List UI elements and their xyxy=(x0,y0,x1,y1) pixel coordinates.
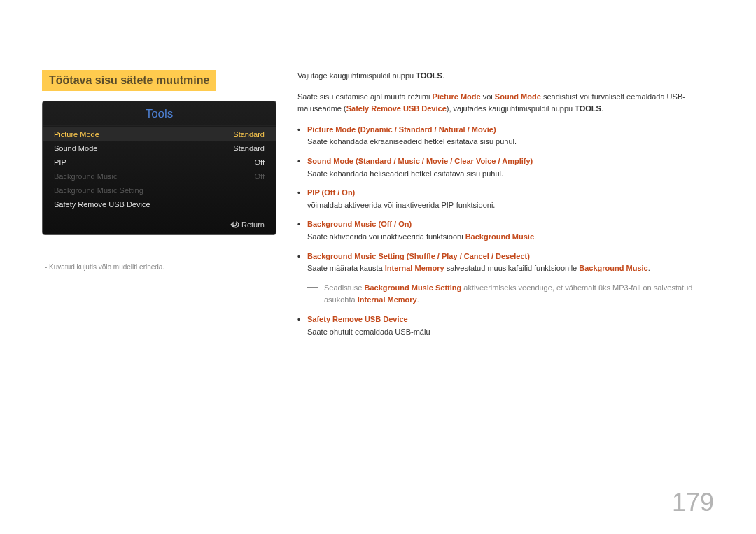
return-label: Return xyxy=(241,220,265,229)
footnote: - Kuvatud kujutis võib mudeliti erineda. xyxy=(42,263,276,271)
bullet-pip: PIP (Off / On) võimaldab aktiveerida või… xyxy=(298,187,714,211)
bullet-background-music: Background Music (Off / On) Saate aktive… xyxy=(298,218,714,243)
tools-row-value: Off xyxy=(255,158,265,167)
tools-row-label: Picture Mode xyxy=(54,130,99,139)
tools-row[interactable]: Background Music Setting xyxy=(43,183,276,197)
tools-row[interactable]: Sound ModeStandard xyxy=(43,141,276,155)
tools-panel: Tools Picture ModeStandardSound ModeStan… xyxy=(42,101,276,235)
bullet-picture-mode: Picture Mode (Dynamic / Standard / Natur… xyxy=(298,124,714,148)
dash-icon xyxy=(307,287,318,288)
tools-list: Picture ModeStandardSound ModeStandardPI… xyxy=(43,126,276,213)
tools-row-label: PIP xyxy=(54,158,66,167)
tools-row-label: Background Music Setting xyxy=(54,186,144,195)
return-icon xyxy=(230,220,239,229)
page-number: 179 xyxy=(672,488,714,517)
tools-row-value: Standard xyxy=(233,144,265,153)
tools-row[interactable]: PIPOff xyxy=(43,155,276,169)
tools-row-value: Off xyxy=(255,172,265,181)
bullet-list: Picture Mode (Dynamic / Standard / Natur… xyxy=(298,124,714,275)
section-heading: Töötava sisu sätete muutmine xyxy=(42,70,216,91)
bullet-sound-mode: Sound Mode (Standard / Music / Movie / C… xyxy=(298,155,714,180)
intro-line-2: Saate sisu esitamise ajal muuta režiimi … xyxy=(298,91,714,115)
tools-row-label: Safety Remove USB Device xyxy=(54,200,150,209)
tools-footer: Return xyxy=(43,213,276,234)
bullet-background-music-setting: Background Music Setting (Shuffle / Play… xyxy=(298,251,714,275)
bullet-list-2: Safety Remove USB Device Saate ohutult e… xyxy=(298,314,714,338)
tools-header: Tools xyxy=(43,101,276,126)
bullet-safety-remove: Safety Remove USB Device Saate ohutult e… xyxy=(298,314,714,338)
tools-row[interactable]: Background MusicOff xyxy=(43,169,276,183)
tools-row[interactable]: Safety Remove USB Device xyxy=(43,197,276,211)
tools-row[interactable]: Picture ModeStandard xyxy=(43,127,276,141)
intro-line-1: Vajutage kaugjuhtimispuldil nuppu TOOLS. xyxy=(298,70,714,83)
tools-row-label: Sound Mode xyxy=(54,144,97,153)
note-row: Seadistuse Background Music Setting akti… xyxy=(307,282,714,307)
note-text: Seadistuse Background Music Setting akti… xyxy=(324,282,714,307)
tools-row-label: Background Music xyxy=(54,172,118,181)
tools-row-value: Standard xyxy=(233,130,265,139)
